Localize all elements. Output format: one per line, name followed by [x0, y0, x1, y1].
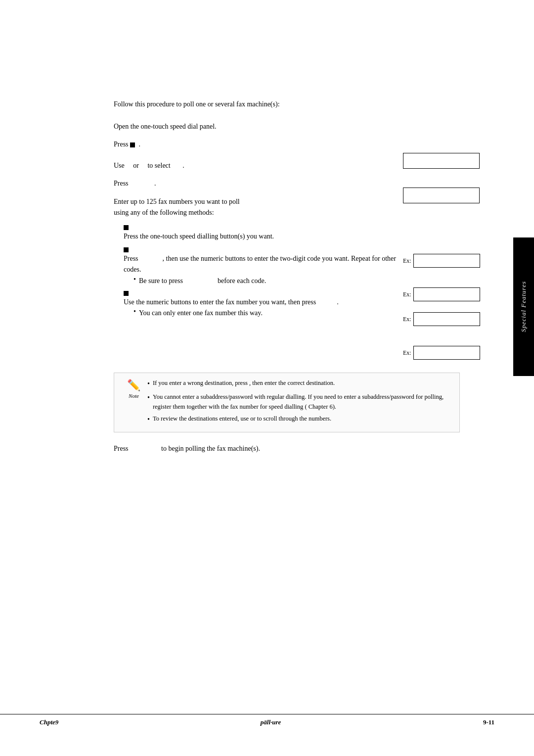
- bullet-dot-c: •: [134, 308, 136, 316]
- ex-box-c: [413, 346, 480, 360]
- ex-box-b: [413, 287, 480, 301]
- steps-right: Ex: Ex: Ex: Ex:: [403, 139, 490, 363]
- footer-page-number: 9-11: [483, 718, 494, 726]
- note-icon-area: ✏️ Note: [120, 378, 147, 399]
- note-item-3: • To review the destinations entered, us…: [147, 414, 453, 425]
- note-bullet-1: •: [147, 378, 150, 389]
- step-5-intro-text: Enter up to 125 fax numbers you want to …: [114, 198, 240, 216]
- note-bullet-2: •: [147, 392, 150, 403]
- note-item-1: • If you enter a wrong destination, pres…: [147, 378, 453, 389]
- input-box-2: [403, 188, 480, 203]
- side-tab-label: Special Features: [520, 281, 528, 332]
- ex-label-a: Ex:: [403, 257, 411, 265]
- intro-text: Follow this procedure to poll one or sev…: [114, 99, 490, 109]
- ex-box-b2: [413, 312, 480, 326]
- step-3: Use or to select .: [114, 160, 403, 171]
- ex-label-b2: Ex:: [403, 316, 411, 323]
- note-content: • If you enter a wrong destination, pres…: [147, 378, 453, 427]
- note-text-2: You cannot enter a subaddress/password w…: [153, 392, 453, 412]
- substep-c-text: Use the numeric buttons to enter the fax…: [124, 297, 403, 308]
- note-label: Note: [129, 393, 139, 399]
- box-2-container: [403, 188, 490, 205]
- substep-b-bullet-text: Be sure to press before each code.: [139, 276, 266, 286]
- button-icon-1: [130, 142, 135, 147]
- ex-label-b: Ex:: [403, 291, 411, 298]
- step-3-text: Use or to select .: [114, 162, 184, 169]
- note-item-2: • You cannot enter a subaddress/password…: [147, 392, 453, 412]
- bullet-dot-b: •: [134, 276, 136, 284]
- footer-center: päll·ure: [261, 718, 281, 726]
- final-step: Press to begin polling the fax machine(s…: [114, 443, 490, 454]
- note-text-1: If you enter a wrong destination, press …: [153, 378, 335, 388]
- substep-a-header: [124, 225, 403, 230]
- ex-label-c: Ex:: [403, 349, 411, 357]
- substep-b-text: Press , then use the numeric buttons to …: [124, 253, 403, 276]
- substep-c-bullet-text: You can only enter one fax number this w…: [139, 308, 263, 318]
- note-section: ✏️ Note • If you enter a wrong destinati…: [114, 373, 460, 432]
- substep-b-icon: [124, 247, 129, 252]
- step-2-text: Press .: [114, 141, 140, 148]
- substep-a-text: Press the one-touch speed dialling butto…: [124, 231, 403, 242]
- step-4: Press .: [114, 178, 403, 189]
- pencil-icon: ✏️: [127, 379, 140, 392]
- box-1-container: [403, 153, 490, 171]
- ex-row-b2: Ex:: [403, 312, 490, 326]
- content-area: Follow this procedure to poll one or sev…: [114, 99, 490, 455]
- side-tab: Special Features: [513, 237, 534, 376]
- note-text-3: To review the destinations entered, use …: [153, 414, 331, 424]
- ex-row-b: Ex:: [403, 287, 490, 301]
- substep-c-bullet: • You can only enter one fax number this…: [124, 308, 403, 318]
- substep-c-header: [124, 291, 403, 296]
- ex-row-a: Ex:: [403, 254, 490, 268]
- step-1: Open the one-touch speed dial panel.: [114, 121, 490, 132]
- step-4-text: Press .: [114, 180, 156, 187]
- input-box-1: [403, 153, 480, 169]
- substep-b-bullet: • Be sure to press before each code.: [124, 276, 403, 286]
- page: Special Features Follow this procedure t…: [0, 0, 534, 756]
- ex-row-c: Ex:: [403, 346, 490, 360]
- step-2: Press .: [114, 139, 403, 150]
- substep-b: Press , then use the numeric buttons to …: [114, 247, 403, 286]
- step-1-text: Open the one-touch speed dial panel.: [114, 123, 217, 130]
- substep-a-icon: [124, 225, 129, 230]
- note-bullet-3: •: [147, 414, 150, 425]
- footer-chapter: Chpte9: [40, 718, 58, 726]
- page-footer: Chpte9 päll·ure 9-11: [0, 714, 534, 726]
- substep-b-header: [124, 247, 403, 252]
- steps-left: Press . Use or to select .: [114, 139, 403, 363]
- step-5-intro: Enter up to 125 fax numbers you want to …: [114, 196, 403, 219]
- substep-a: Press the one-touch speed dialling butto…: [114, 225, 403, 242]
- substep-c: Use the numeric buttons to enter the fax…: [114, 291, 403, 318]
- ex-box-a: [413, 254, 480, 268]
- substep-c-icon: [124, 291, 129, 296]
- steps-with-boxes: Press . Use or to select .: [114, 139, 490, 363]
